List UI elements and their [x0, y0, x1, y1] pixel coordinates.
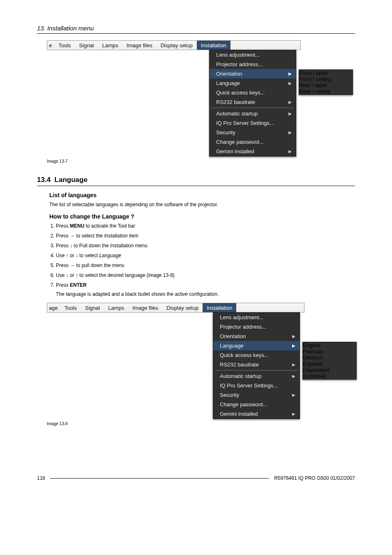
menubar-signal[interactable]: Signal: [75, 41, 98, 50]
menu-separator: [215, 370, 298, 371]
sub-japanese[interactable]: (Japanese): [303, 367, 356, 373]
ditem-orientation[interactable]: Orientation▶: [213, 332, 300, 341]
ditem-lens[interactable]: Lens adjustment...: [210, 50, 296, 60]
sub-english[interactable]: English: [303, 342, 356, 348]
subtitle-list: List of languages: [49, 192, 355, 198]
header-rule: [37, 33, 355, 34]
screenshot-2: age Tools Signal Lamps Image files Displ…: [47, 303, 355, 426]
sub-rear-ceiling[interactable]: Rear / ceiling: [299, 88, 353, 94]
ditem-gemini[interactable]: Gemini installed▶: [210, 147, 296, 156]
ditem-rs232[interactable]: RS232 baudrate▶: [210, 97, 296, 107]
installation-dropdown-2: Lens adjustment... Projector address... …: [213, 312, 300, 419]
arrow-right-icon: ▶: [292, 343, 295, 348]
sub-francais[interactable]: Francais: [303, 348, 356, 355]
ditem-rs232[interactable]: RS232 baudrate▶: [213, 360, 300, 369]
ditem-changepw[interactable]: Change password...: [210, 137, 296, 147]
screenshot-1: e Tools Signal Lamps Image files Display…: [47, 40, 355, 164]
image-caption-1: Image 13-7: [47, 159, 355, 164]
menubar-imagefiles[interactable]: Image files: [128, 303, 162, 312]
sub-deutsch[interactable]: Deutsch: [303, 355, 356, 361]
page-number: 116: [37, 475, 45, 481]
ditem-iqpro[interactable]: IQ Pro Server Settings...: [213, 381, 300, 390]
sub-rear-table[interactable]: Rear / table: [299, 82, 353, 88]
step-6: Use ↓ or ↑ to select the desired languag…: [56, 272, 355, 279]
result-text: The language is adapted and a black bull…: [56, 291, 355, 297]
menubar-imagefiles[interactable]: Image files: [122, 41, 157, 50]
arrow-right-icon: ▶: [288, 81, 292, 85]
section-title: 13.4 Language: [37, 176, 355, 184]
menubar-partial[interactable]: e: [47, 41, 54, 50]
step-1: Press MENU to activate the Tool bar: [56, 222, 355, 230]
menubar-signal[interactable]: Signal: [81, 303, 104, 312]
menubar-displaysetup[interactable]: Display setup: [157, 41, 197, 50]
arrow-right-icon: ▶: [292, 374, 295, 378]
menubar-2: age Tools Signal Lamps Image files Displ…: [47, 303, 304, 313]
step-5: Press → to pull down the menu: [56, 262, 355, 269]
menubar-lamps[interactable]: Lamps: [98, 41, 122, 50]
ditem-language[interactable]: Language▶: [213, 341, 300, 350]
menubar-1: e Tools Signal Lamps Image files Display…: [47, 40, 301, 50]
menubar-installation[interactable]: Installation: [197, 41, 231, 50]
sub-espanol[interactable]: Espanol: [303, 361, 356, 367]
image-caption-2: Image 13-8: [47, 421, 355, 426]
arrow-right-icon: ▶: [288, 100, 292, 104]
ditem-language[interactable]: Language▶: [210, 78, 296, 88]
page-footer: 116 R5976491 IQ PRO G500 01/02/2007: [37, 475, 355, 481]
subtitle-howto: How to change the Language ?: [49, 213, 355, 220]
footer-rule: [50, 478, 269, 479]
section-rule: [37, 186, 355, 186]
arrow-right-icon: ▶: [288, 111, 292, 116]
ditem-changepw[interactable]: Change password...: [213, 400, 300, 409]
ditem-autostart[interactable]: Automatic startup▶: [210, 109, 296, 118]
menubar-lamps[interactable]: Lamps: [104, 303, 128, 312]
chapter-header: 13. Installation menu: [37, 25, 355, 32]
ditem-lens[interactable]: Lens adjustment...: [213, 313, 300, 322]
ditem-orientation[interactable]: Orientation▶: [210, 69, 296, 78]
language-submenu: English Francais Deutsch Espanol (Japane…: [302, 342, 357, 380]
ditem-quickaccess[interactable]: Quick access keys...: [213, 350, 300, 360]
sub-chinese[interactable]: (Chinese): [303, 373, 356, 379]
arrow-right-icon: ▶: [288, 71, 292, 76]
doc-id: R5976491 IQ PRO G500 01/02/2007: [274, 475, 355, 481]
steps-list: Press MENU to activate the Tool bar Pres…: [49, 222, 355, 289]
step-7: Press ENTER: [56, 281, 355, 289]
step-3: Press ↓ to Pull down the Installation me…: [56, 242, 355, 249]
step-4: Use ↑ or ↓ to select Language: [56, 252, 355, 259]
ditem-projaddr[interactable]: Projector address...: [210, 60, 296, 69]
arrow-right-icon: ▶: [288, 130, 292, 135]
ditem-projaddr[interactable]: Projector address...: [213, 322, 300, 332]
ditem-security[interactable]: Security▶: [213, 390, 300, 400]
arrow-right-icon: ▶: [288, 149, 292, 154]
list-languages-text: The list of selectable languages is depe…: [49, 201, 355, 208]
menu-separator: [211, 108, 294, 108]
sub-front-ceiling[interactable]: Front / ceiling: [299, 76, 353, 82]
ditem-security[interactable]: Security▶: [210, 128, 296, 137]
ditem-autostart[interactable]: Automatic startup▶: [213, 371, 300, 381]
ditem-iqpro[interactable]: IQ Pro Server Settings...: [210, 118, 296, 128]
ditem-quickaccess[interactable]: Quick access keys...: [210, 88, 296, 97]
arrow-right-icon: ▶: [292, 362, 295, 367]
installation-dropdown-1: Lens adjustment... Projector address... …: [209, 50, 296, 157]
sub-front-table[interactable]: Front / table: [299, 70, 353, 76]
orientation-submenu: Front / table Front / ceiling Rear / tab…: [299, 69, 353, 95]
menubar-displaysetup[interactable]: Display setup: [162, 303, 203, 312]
menubar-partial[interactable]: age: [47, 303, 60, 312]
arrow-right-icon: ▶: [292, 334, 295, 339]
menubar-installation[interactable]: Installation: [203, 303, 236, 312]
arrow-right-icon: ▶: [292, 393, 295, 397]
menubar-tools[interactable]: Tools: [60, 303, 81, 312]
step-2: Press → to select the Installation item: [56, 232, 355, 240]
menubar-tools[interactable]: Tools: [54, 41, 75, 50]
ditem-gemini[interactable]: Gemini installed▶: [213, 409, 300, 419]
arrow-right-icon: ▶: [292, 412, 295, 416]
